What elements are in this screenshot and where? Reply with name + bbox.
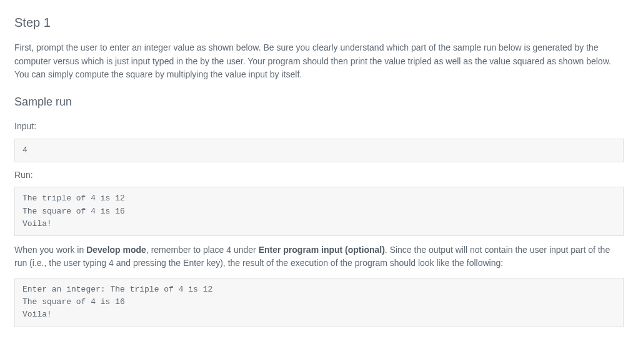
step-heading: Step 1 bbox=[14, 12, 624, 32]
note-bold-enter-input: Enter program input (optional) bbox=[259, 245, 385, 255]
note-mid: , remember to place 4 under bbox=[146, 245, 259, 255]
note-pre: When you work in bbox=[14, 245, 86, 255]
run-code-block: The triple of 4 is 12 The square of 4 is… bbox=[14, 187, 624, 235]
develop-note: When you work in Develop mode, remember … bbox=[14, 243, 624, 270]
sample-run-heading: Sample run bbox=[14, 93, 624, 111]
input-code-block: 4 bbox=[14, 139, 624, 162]
develop-output-code-block: Enter an integer: The triple of 4 is 12 … bbox=[14, 278, 624, 327]
note-bold-develop-mode: Develop mode bbox=[86, 245, 146, 255]
step-description: First, prompt the user to enter an integ… bbox=[14, 41, 624, 82]
input-label: Input: bbox=[14, 120, 624, 134]
run-label: Run: bbox=[14, 169, 624, 182]
